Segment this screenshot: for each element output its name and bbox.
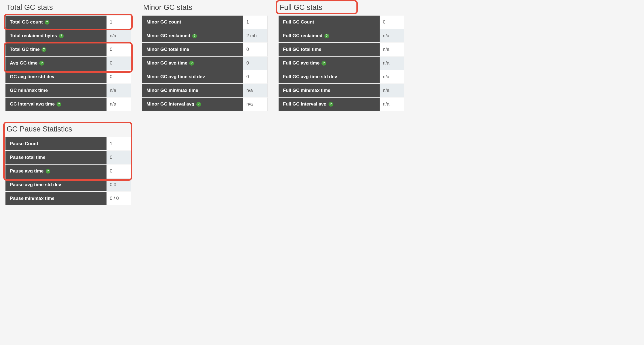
label-pause-stddev: Pause avg time std dev bbox=[5, 178, 107, 192]
value-full-minmax: n/a bbox=[380, 84, 404, 98]
help-icon[interactable]: ? bbox=[57, 102, 61, 107]
panel-pause: GC Pause Statistics Pause Count 1 Pause … bbox=[5, 125, 131, 206]
value-pause-stddev: 0.0 bbox=[107, 178, 131, 192]
table-pause: Pause Count 1 Pause total time 0 Pause a… bbox=[5, 137, 131, 206]
help-icon[interactable]: ? bbox=[192, 34, 197, 38]
label-full-count: Full GC Count bbox=[279, 16, 380, 29]
panel-total-gc: Total GC stats Total GC count? 1 Total r… bbox=[5, 3, 131, 111]
value-total-gc-count: 1 bbox=[107, 16, 131, 29]
help-icon[interactable]: ? bbox=[324, 34, 329, 38]
row-pause-stddev: Pause avg time std dev 0.0 bbox=[5, 178, 131, 192]
row-total-reclaimed: Total reclaimed bytes? n/a bbox=[5, 29, 131, 43]
value-full-stddev: n/a bbox=[380, 70, 404, 84]
help-icon[interactable]: ? bbox=[59, 34, 64, 38]
value-pause-total: 0 bbox=[107, 151, 131, 165]
panel-title-pause: GC Pause Statistics bbox=[5, 125, 72, 133]
row-total-gc-count: Total GC count? 1 bbox=[5, 16, 131, 29]
row-minor-avg-time: Minor GC avg time? 0 bbox=[142, 57, 268, 70]
row-gc-interval: GC Interval avg time? n/a bbox=[5, 98, 131, 111]
table-full: Full GC Count 0 Full GC reclaimed? n/a F… bbox=[279, 16, 404, 111]
row-pause-total: Pause total time 0 bbox=[5, 151, 131, 165]
panel-minor-gc: Minor GC stats Minor GC count 1 Minor GC… bbox=[142, 3, 268, 111]
label-pause-avg: Pause avg time? bbox=[5, 165, 107, 178]
panels-row-2: GC Pause Statistics Pause Count 1 Pause … bbox=[5, 125, 639, 206]
help-icon[interactable]: ? bbox=[39, 61, 44, 66]
label-minor-total-time: Minor GC total time bbox=[142, 43, 243, 57]
value-full-count: 0 bbox=[380, 16, 404, 29]
label-minor-minmax: Minor GC min/max time bbox=[142, 84, 243, 98]
panel-title-minor: Minor GC stats bbox=[142, 3, 192, 12]
label-full-interval: Full GC Interval avg? bbox=[279, 98, 380, 111]
label-minor-avg-time: Minor GC avg time? bbox=[142, 57, 243, 70]
label-total-reclaimed: Total reclaimed bytes? bbox=[5, 29, 107, 43]
table-minor: Minor GC count 1 Minor GC reclaimed? 2 m… bbox=[142, 16, 268, 111]
value-minor-count: 1 bbox=[243, 16, 268, 29]
row-pause-minmax: Pause min/max time 0 / 0 bbox=[5, 192, 131, 206]
table-total: Total GC count? 1 Total reclaimed bytes?… bbox=[5, 16, 131, 111]
row-minor-stddev: Minor GC avg time std dev 0 bbox=[142, 70, 268, 84]
value-full-reclaimed: n/a bbox=[380, 29, 404, 43]
label-gc-stddev: GC avg time std dev bbox=[5, 70, 107, 84]
label-full-minmax: Full GC min/max time bbox=[279, 84, 380, 98]
label-pause-minmax: Pause min/max time bbox=[5, 192, 107, 206]
help-icon[interactable]: ? bbox=[329, 102, 333, 107]
row-minor-interval: Minor GC Interval avg? n/a bbox=[142, 98, 268, 111]
row-avg-gc-time: Avg GC time? 0 bbox=[5, 57, 131, 70]
value-avg-gc-time: 0 bbox=[107, 57, 131, 70]
row-full-count: Full GC Count 0 bbox=[279, 16, 404, 29]
value-gc-interval: n/a bbox=[107, 98, 131, 111]
value-full-interval: n/a bbox=[380, 98, 404, 111]
label-gc-minmax: GC min/max time bbox=[5, 84, 107, 98]
row-total-gc-time: Total GC time? 0 bbox=[5, 43, 131, 57]
label-full-reclaimed: Full GC reclaimed? bbox=[279, 29, 380, 43]
value-minor-total-time: 0 bbox=[243, 43, 268, 57]
panels-row-1: Total GC stats Total GC count? 1 Total r… bbox=[5, 3, 639, 111]
help-icon[interactable]: ? bbox=[321, 61, 326, 66]
value-pause-minmax: 0 / 0 bbox=[107, 192, 131, 206]
label-minor-count: Minor GC count bbox=[142, 16, 243, 29]
value-minor-stddev: 0 bbox=[243, 70, 268, 84]
label-minor-stddev: Minor GC avg time std dev bbox=[142, 70, 243, 84]
label-full-stddev: Full GC avg time std dev bbox=[279, 70, 380, 84]
row-full-total-time: Full GC total time n/a bbox=[279, 43, 404, 57]
value-minor-avg-time: 0 bbox=[243, 57, 268, 70]
row-minor-total-time: Minor GC total time 0 bbox=[142, 43, 268, 57]
help-icon[interactable]: ? bbox=[196, 102, 201, 107]
panel-title-full: Full GC stats bbox=[279, 3, 322, 12]
row-pause-avg: Pause avg time? 0 bbox=[5, 165, 131, 178]
row-full-avg-time: Full GC avg time? n/a bbox=[279, 57, 404, 70]
label-full-avg-time: Full GC avg time? bbox=[279, 57, 380, 70]
value-minor-reclaimed: 2 mb bbox=[243, 29, 268, 43]
label-full-total-time: Full GC total time bbox=[279, 43, 380, 57]
value-minor-minmax: n/a bbox=[243, 84, 268, 98]
help-icon[interactable]: ? bbox=[42, 47, 46, 52]
row-gc-stddev: GC avg time std dev 0 bbox=[5, 70, 131, 84]
value-gc-minmax: n/a bbox=[107, 84, 131, 98]
value-pause-count: 1 bbox=[107, 137, 131, 151]
value-pause-avg: 0 bbox=[107, 165, 131, 178]
value-full-avg-time: n/a bbox=[380, 57, 404, 70]
row-full-minmax: Full GC min/max time n/a bbox=[279, 84, 404, 98]
value-minor-interval: n/a bbox=[243, 98, 268, 111]
row-full-stddev: Full GC avg time std dev n/a bbox=[279, 70, 404, 84]
label-minor-interval: Minor GC Interval avg? bbox=[142, 98, 243, 111]
help-icon[interactable]: ? bbox=[46, 169, 50, 174]
label-avg-gc-time: Avg GC time? bbox=[5, 57, 107, 70]
label-pause-total: Pause total time bbox=[5, 151, 107, 165]
value-total-reclaimed: n/a bbox=[107, 29, 131, 43]
help-icon[interactable]: ? bbox=[189, 61, 194, 66]
label-minor-reclaimed: Minor GC reclaimed? bbox=[142, 29, 243, 43]
label-pause-count: Pause Count bbox=[5, 137, 107, 151]
value-full-total-time: n/a bbox=[380, 43, 404, 57]
panel-full-gc: Full GC stats Full GC Count 0 Full GC re… bbox=[279, 3, 404, 111]
value-total-gc-time: 0 bbox=[107, 43, 131, 57]
label-total-gc-time: Total GC time? bbox=[5, 43, 107, 57]
help-icon[interactable]: ? bbox=[45, 20, 49, 25]
row-minor-reclaimed: Minor GC reclaimed? 2 mb bbox=[142, 29, 268, 43]
panel-title-total: Total GC stats bbox=[5, 3, 53, 12]
value-gc-stddev: 0 bbox=[107, 70, 131, 84]
row-gc-minmax: GC min/max time n/a bbox=[5, 84, 131, 98]
row-pause-count: Pause Count 1 bbox=[5, 137, 131, 151]
row-full-interval: Full GC Interval avg? n/a bbox=[279, 98, 404, 111]
row-minor-count: Minor GC count 1 bbox=[142, 16, 268, 29]
